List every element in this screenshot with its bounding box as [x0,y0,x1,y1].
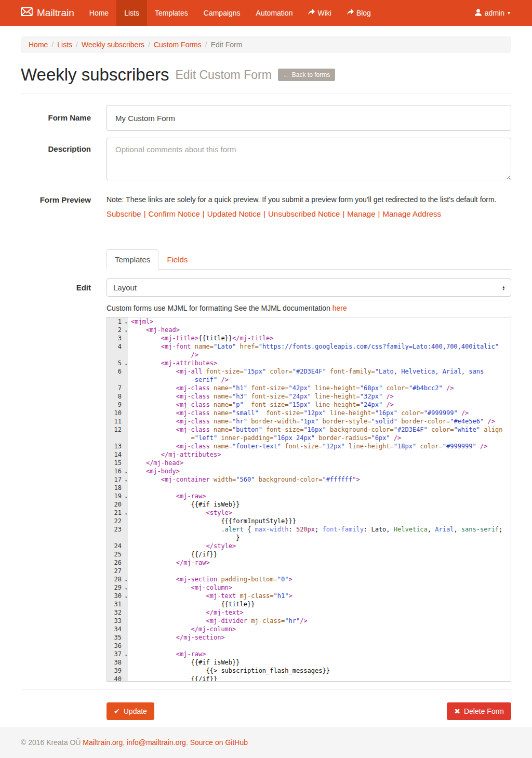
line-number: 26 [107,558,128,567]
preview-link-manage-address[interactable]: Manage Address [382,209,441,218]
code-text: <mj-container width="560" background-col… [128,475,511,484]
brand[interactable]: Mailtrain [21,0,74,26]
line-number: 27 [107,567,128,575]
share-icon [308,0,315,26]
description-row: Description [21,138,511,182]
code-line: 38 {{#if isWeb}} [107,658,511,667]
updown-arrows-icon: ▴▾ [502,285,504,290]
preview-link-updated-notice[interactable]: Updated Notice [207,209,261,218]
mjml-note-row: Custom forms use MJML for formatting See… [21,304,511,312]
line-number: 19▾ [107,492,128,500]
footer-copy: . [186,738,190,747]
code-text: <style> [128,509,511,517]
line-number: 7 [107,384,128,392]
code-line: 26 </mj-raw> [107,558,511,567]
line-number: 37▾ [107,650,128,658]
code-line: 30▾ <mj-text mj-class="h1"> [107,592,511,600]
line-number: 33 [107,617,128,625]
nav-item-campaigns[interactable]: Campaigns [196,0,248,26]
footer-link-source-on-github[interactable]: Source on GitHub [190,738,248,747]
preview-link-subscribe[interactable]: Subscribe [107,209,141,218]
line-number: 8 [107,392,128,401]
code-line: -serif" /> [107,376,511,384]
preview-note: Note: These links are solely for a quick… [107,195,511,204]
line-number [107,434,128,442]
code-line: ="left" inner-padding="16px 24px" border… [107,434,511,442]
tab-templates[interactable]: Templates [107,249,158,270]
line-number: 38 [107,658,128,667]
line-number: 21▾ [107,509,128,517]
tabs-row: Templates Fields [21,249,511,270]
code-line: 22 {{{formInputStyle}}} [107,517,511,525]
nav-item-label: Templates [155,0,188,26]
code-line: 34 </mj-column> [107,625,511,633]
line-number: 17▾ [107,475,128,484]
tab-fields[interactable]: Fields [158,249,196,270]
preview-link-manage[interactable]: Manage [347,209,375,218]
form-name-input[interactable] [107,105,511,131]
line-number [107,351,128,359]
link-separator: | [141,209,149,218]
code-editor[interactable]: 1▾<mjml>2▾ <mj-head>3 <mj-title>{{title}… [107,317,511,682]
brand-label: Mailtrain [37,7,74,19]
line-number: 34 [107,625,128,633]
nav-items: HomeListsTemplatesCampaignsAutomationWik… [82,0,379,26]
breadcrumb-link-home[interactable]: Home [29,41,48,49]
code-line: 1▾<mjml> [107,317,511,326]
nav-item-templates[interactable]: Templates [147,0,196,26]
breadcrumb-link-custom-forms[interactable]: Custom Forms [154,41,202,49]
link-separator: | [340,209,347,218]
mjml-doc-link[interactable]: here [332,304,347,312]
breadcrumb-link-lists[interactable]: Lists [57,41,72,49]
breadcrumb-link-weekly-subscribers[interactable]: Weekly subscribers [82,41,144,49]
code-text [128,642,511,650]
code-line: 18 [107,484,511,492]
nav-item-blog[interactable]: Blog [339,0,379,26]
nav-item-home[interactable]: Home [82,0,116,26]
code-line: 10 <mj-class name="small" font-size="12p… [107,409,511,417]
footer-link-mailtrain-org[interactable]: Mailtrain.org [83,738,123,747]
code-text: <mj-class name="h3" font-size="24px" lin… [128,392,511,401]
code-text: -serif" /> [128,376,511,384]
code-text: <mj-class name="footer-text" font-size="… [128,442,511,450]
code-text: <mj-all font-size="15px" color="#2D3E4F"… [128,367,511,376]
line-number: 15 [107,459,128,467]
code-line: 2▾ <mj-head> [107,326,511,334]
code-text: </mj-attributes> [128,450,511,459]
code-line: 20 {{#if isWeb}} [107,500,511,509]
description-label: Description [21,138,107,182]
nav-item-automation[interactable]: Automation [248,0,301,26]
user-menu[interactable]: admin ▾ [475,0,510,26]
nav-item-wiki[interactable]: Wiki [300,0,339,26]
code-line: 27 [107,567,511,575]
delete-form-button[interactable]: ✖ Delete Form [447,702,511,720]
footer-copy: , [123,738,127,747]
preview-link-confirm-notice[interactable]: Confirm Notice [149,209,200,218]
form-preview-label: Form Preview [21,195,107,218]
line-number: 29▾ [107,583,128,592]
link-separator: | [376,209,383,218]
line-number: 5▾ [107,359,128,367]
code-text: <mj-class name="h1" font-size="42px" lin… [128,384,511,392]
edit-template-select[interactable]: Layout ▴▾ [107,278,511,297]
line-number [107,376,128,384]
description-textarea[interactable] [107,138,511,180]
footer-link-info-mailtrain-org[interactable]: info@mailtrain.org [127,738,186,747]
code-line: /> [107,351,511,359]
update-button[interactable]: ✔ Update [107,702,154,720]
code-text: <mj-column> [128,583,511,592]
actions-divider [21,689,511,690]
breadcrumb-separator: / [72,41,82,49]
line-number: 39 [107,667,128,675]
back-to-forms-button[interactable]: ← Back to forms [278,69,335,81]
line-number: 23 [107,525,128,534]
line-number: 6 [107,367,128,376]
nav-item-lists[interactable]: Lists [116,0,147,26]
line-number: 31 [107,600,128,608]
code-line: 7 <mj-class name="h1" font-size="42px" l… [107,384,511,392]
edit-label: Edit [21,278,107,297]
code-line: 40 {{/if}} [107,675,511,682]
check-icon: ✔ [114,707,120,715]
preview-link-unsubscribed-notice[interactable]: Unsubscribed Notice [268,209,340,218]
code-line: 21▾ <style> [107,509,511,517]
